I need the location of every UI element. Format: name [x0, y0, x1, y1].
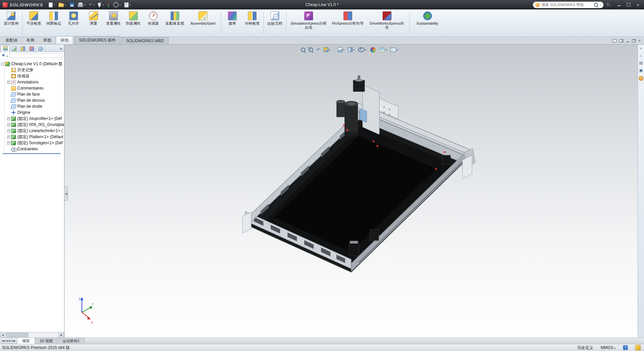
tree-item-right-plane[interactable]: Plan de droite	[1, 103, 64, 109]
open-document-button[interactable]	[57, 2, 68, 8]
new-window-icon[interactable]	[613, 39, 617, 43]
tree-expander[interactable]: +	[7, 142, 10, 145]
restore-document-icon[interactable]	[632, 40, 635, 43]
ribbon-button-measure[interactable]: 测量	[84, 10, 103, 35]
tree-item-component[interactable]: +(固定) Lineartechnik<1> (	[1, 128, 64, 134]
tree-item-sensors[interactable]: 传感器	[1, 73, 64, 79]
last-tab-button[interactable]	[12, 340, 16, 342]
new-document-button[interactable]	[47, 2, 56, 8]
edit-appearance-button[interactable]	[370, 47, 376, 53]
tree-expander[interactable]: +	[7, 117, 10, 120]
ribbon-button-interference-check[interactable]: 干涉检查	[24, 10, 44, 35]
tree-expander[interactable]	[7, 111, 10, 114]
file-explorer-icon[interactable]	[639, 69, 643, 72]
ribbon-button-assemblyxpert[interactable]: AssemblyXpert	[186, 10, 220, 35]
display-style-button[interactable]	[348, 47, 355, 52]
tree-expander[interactable]: +	[7, 81, 10, 84]
select-button[interactable]	[97, 2, 105, 8]
scrollbar-thumb[interactable]	[6, 333, 28, 337]
search-icon[interactable]	[594, 3, 598, 7]
zoom-fit-button[interactable]	[301, 48, 305, 52]
tab-solidworks-addins[interactable]: SOLIDWORKS 插件	[74, 36, 121, 44]
configurationmanager-tab[interactable]	[19, 46, 27, 52]
first-tab-button[interactable]	[2, 340, 5, 342]
next-tab-button[interactable]	[9, 340, 11, 342]
view-settings-button[interactable]	[390, 48, 398, 52]
view-orientation-button[interactable]	[338, 47, 344, 52]
tree-item-component[interactable]: +(固定) Aluprofile<1> (Déf	[1, 116, 64, 122]
tree-expander[interactable]	[7, 93, 10, 96]
tree-expander[interactable]	[7, 87, 10, 90]
ribbon-button-floxpress[interactable]: FloXpress分析向导	[330, 10, 366, 35]
tree-item-history[interactable]: 历史记录	[1, 67, 64, 73]
maximize-button[interactable]	[624, 1, 633, 8]
tab-layout[interactable]: 布局	[22, 36, 39, 44]
close-document-icon[interactable]	[638, 39, 641, 43]
minimize-document-icon[interactable]	[626, 42, 629, 42]
rebuild-button[interactable]	[106, 2, 111, 8]
displaymanager-tab[interactable]	[36, 46, 45, 52]
tree-expander[interactable]: +	[7, 123, 10, 126]
tab-sketch[interactable]: 草图	[39, 36, 56, 44]
ribbon-button-sensor[interactable]: 传感器	[144, 10, 163, 35]
tab-solidworks-mbd[interactable]: SOLIDWORKS MBD	[122, 37, 169, 44]
rollback-bar[interactable]	[2, 153, 61, 154]
viewport-canvas[interactable]: Z Y X	[65, 45, 638, 337]
tree-item-annotations[interactable]: +Annotations	[1, 79, 64, 85]
ribbon-button-driveworksxpress[interactable]: DriveWorksXpress向导	[366, 10, 408, 35]
tree-expander[interactable]: +	[7, 129, 10, 132]
previous-view-button[interactable]	[316, 47, 320, 52]
tree-expander[interactable]: -	[1, 62, 4, 66]
tree-expander[interactable]	[7, 105, 10, 108]
ribbon-button-clearance-verify[interactable]: 间隙验证	[44, 10, 63, 35]
design-library-icon[interactable]	[639, 61, 643, 65]
featuremanager-filter-input[interactable]	[9, 53, 62, 58]
help-menu-button[interactable]	[607, 2, 611, 7]
tree-expander[interactable]	[7, 148, 10, 151]
ribbon-button-mass-properties[interactable]: 质量属性	[104, 10, 123, 35]
ribbon-button-curvature[interactable]: 曲率	[223, 10, 242, 35]
dimxpertmanager-tab[interactable]	[27, 46, 36, 52]
cnc-machine-model[interactable]	[242, 75, 475, 272]
tree-expander[interactable]	[7, 99, 10, 102]
tree-item-front-plane[interactable]: Plan de face	[1, 91, 64, 97]
options-button[interactable]	[112, 1, 122, 8]
tree-item-component[interactable]: +(固定) Sonstiges<1> (Déf	[1, 140, 64, 146]
apply-scene-button[interactable]	[379, 47, 387, 53]
tab-evaluate[interactable]: 评估	[56, 36, 73, 44]
propertymanager-tab[interactable]	[10, 46, 19, 52]
filter-dropdown-icon[interactable]	[6, 53, 8, 58]
tree-item-origin[interactable]: Origine	[1, 109, 64, 116]
collapse-icon[interactable]	[640, 46, 642, 50]
help-search-box[interactable]: ?	[533, 2, 603, 8]
minimize-button[interactable]	[615, 1, 623, 8]
tree-item-mates[interactable]: Contraintes	[1, 146, 64, 152]
ribbon-button-section-properties[interactable]: 剖面属性	[124, 10, 143, 35]
ribbon-button-compare-documents[interactable]: 比较文档	[265, 10, 285, 35]
previous-tab-button[interactable]	[6, 340, 8, 342]
tree-expander[interactable]: +	[7, 135, 10, 139]
tile-windows-icon[interactable]	[619, 39, 623, 43]
tree-item-component[interactable]: +(固定) 009_001_Grundplat	[1, 122, 64, 128]
search-scope-dropdown[interactable]	[599, 2, 601, 7]
graphics-viewport[interactable]: Z Y X	[65, 45, 638, 337]
ribbon-button-design-study[interactable]: 设计算例	[1, 10, 21, 35]
ribbon-button-simulationxpress[interactable]: SimulationXpress分析向导	[288, 10, 330, 35]
tab-motion-study[interactable]: 运动算例1	[58, 338, 84, 344]
undo-button[interactable]	[87, 2, 96, 8]
tab-model[interactable]: 模型	[18, 338, 35, 344]
scroll-left-button[interactable]	[0, 333, 5, 337]
section-view-button[interactable]	[324, 47, 331, 52]
tree-item-comments[interactable]: Commentaires	[1, 85, 64, 91]
tree-expander[interactable]	[7, 75, 10, 78]
resources-home-icon[interactable]	[640, 54, 642, 57]
close-button[interactable]	[634, 1, 642, 8]
file-properties-button[interactable]	[123, 2, 132, 8]
quick-tips-icon[interactable]	[623, 345, 628, 350]
save-button[interactable]	[68, 2, 76, 8]
tree-item-component[interactable]: +(固定) Platten<1> (Défaut	[1, 134, 64, 140]
search-input[interactable]	[541, 2, 593, 7]
tree-item-top-plane[interactable]: Plan de dessus	[1, 97, 64, 103]
panel-flyout-chevron-icon[interactable]	[60, 46, 63, 52]
print-button[interactable]	[76, 2, 87, 8]
